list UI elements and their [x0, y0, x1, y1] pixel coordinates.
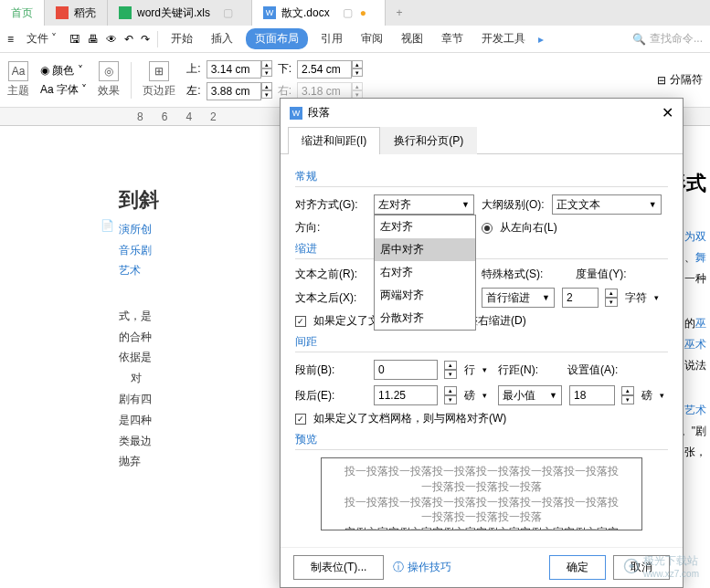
ribbon-font[interactable]: Aa 字体 ˅ — [40, 82, 87, 98]
menu-page-layout[interactable]: 页面布局 — [246, 28, 308, 49]
spin-up[interactable]: ▴ — [261, 60, 272, 68]
undo-icon[interactable]: ↶ — [124, 33, 133, 46]
dialog-title: 段落 — [308, 105, 330, 121]
margin-top-input[interactable] — [207, 60, 261, 79]
tab-window-icon[interactable]: ▢ — [343, 6, 353, 19]
align-option-left[interactable]: 左对齐 — [375, 215, 475, 238]
dialog-body: 常规 对齐方式(G): 左对齐▼ 左对齐 居中对齐 右对齐 两端对齐 分散对齐 … — [281, 154, 683, 547]
align-option-center[interactable]: 居中对齐 — [375, 238, 475, 261]
separator-icon: ⊟ — [657, 74, 666, 87]
align-combo[interactable]: 左对齐▼ 左对齐 居中对齐 右对齐 两端对齐 分散对齐 — [374, 194, 474, 215]
doc-link[interactable]: 艺术 — [119, 264, 141, 277]
set-value-spinner[interactable]: ▴▾ — [621, 386, 634, 404]
menu-review[interactable]: 审阅 — [355, 27, 388, 50]
tab-dot-icon: ● — [360, 6, 366, 19]
theme-icon: Aa — [8, 61, 28, 81]
print-icon[interactable]: 🖶 — [88, 33, 99, 46]
margin-bottom-input[interactable] — [297, 60, 352, 79]
outline-label: 大纲级别(O): — [482, 197, 545, 213]
menu-chapter[interactable]: 章节 — [436, 27, 469, 50]
tab-add[interactable]: + — [386, 0, 413, 26]
section-spacing: 间距 — [295, 334, 668, 352]
menu-reference[interactable]: 引用 — [315, 27, 348, 50]
dialog-titlebar: W 段落 ✕ — [281, 99, 683, 127]
outline-combo[interactable]: 正文文本▼ — [552, 194, 662, 215]
align-option-justify[interactable]: 两端对齐 — [375, 284, 475, 307]
ribbon-color[interactable]: ◉ 颜色 ˅ — [40, 63, 87, 79]
align-label: 对齐方式(G): — [295, 197, 366, 213]
tab-xls[interactable]: word关键词.xls▢ — [108, 0, 252, 26]
before-text-label: 文本之前(R): — [295, 267, 366, 282]
spin-up[interactable]: ▴ — [352, 82, 363, 90]
chevron-down-icon: ▼ — [549, 391, 557, 400]
align-dropdown: 左对齐 居中对齐 右对齐 两端对齐 分散对齐 — [374, 215, 476, 331]
ribbon-separator[interactable]: ⊟分隔符 — [657, 72, 703, 88]
preview-icon[interactable]: 👁 — [106, 33, 117, 46]
main-toolbar: ≡ 文件 ˅ 🖫 🖶 👁 ↶ ↷ 开始 插入 页面布局 引用 审阅 视图 章节 … — [0, 26, 710, 53]
tab-window-icon[interactable]: ▢ — [223, 6, 233, 19]
command-search[interactable]: 🔍 查找命令... — [632, 31, 703, 47]
tips-link[interactable]: ⓘ 操作技巧 — [393, 560, 450, 575]
menu-insert[interactable]: 插入 — [206, 27, 238, 50]
tabstops-button[interactable]: 制表位(T)... — [293, 555, 384, 580]
search-placeholder: 查找命令... — [650, 31, 703, 47]
tab-label: 首页 — [11, 5, 33, 21]
margin-inputs: 上: ▴▾ 下: ▴▾ 左: ▴▾ 右: ▴▾ — [186, 60, 363, 100]
tab-label: 散文.docx — [281, 5, 330, 21]
before-para-input[interactable] — [374, 360, 438, 380]
special-combo[interactable]: 首行缩进▼ — [482, 288, 555, 308]
auto-indent-checkbox[interactable]: ✓ — [295, 316, 306, 327]
grid-align-label: 如果定义了文档网格，则与网格对齐(W) — [313, 411, 506, 426]
tab-docx[interactable]: W散文.docx▢● — [252, 0, 386, 26]
document-page[interactable]: 到斜 演所创 音乐剧 艺术 式，是 的合种 依据是 对 剧有四 是四种 类最边 … — [0, 126, 177, 490]
ribbon-theme[interactable]: Aa主题 — [7, 61, 29, 99]
hamburger-icon[interactable]: ≡ — [7, 33, 14, 46]
more-icon[interactable]: ▸ — [538, 33, 544, 46]
margin-left-input[interactable] — [207, 82, 261, 100]
menu-devtools[interactable]: 开发工具 — [476, 27, 531, 50]
spin-up[interactable]: ▴ — [352, 60, 363, 68]
close-button[interactable]: ✕ — [662, 104, 673, 121]
menu-view[interactable]: 视图 — [396, 27, 429, 50]
measure-label: 度量值(Y): — [576, 267, 626, 282]
direction-label: 方向: — [295, 220, 366, 236]
ok-button[interactable]: 确定 — [549, 555, 606, 580]
menu-start[interactable]: 开始 — [165, 27, 198, 50]
tab-home[interactable]: 首页 — [0, 0, 45, 26]
ribbon-page-margin[interactable]: ⊞页边距 — [143, 61, 175, 99]
tab-docer[interactable]: 稻壳 — [45, 0, 108, 26]
spin-down[interactable]: ▾ — [261, 90, 272, 99]
xls-icon — [119, 6, 132, 19]
doc-link[interactable]: 演所创 — [119, 223, 152, 236]
doc-link[interactable]: 音乐剧 — [119, 244, 152, 257]
page-indicator-icon: 📄 — [101, 219, 114, 232]
align-option-right[interactable]: 右对齐 — [375, 261, 475, 284]
save-icon[interactable]: 🖫 — [69, 33, 80, 46]
cancel-button[interactable]: 取消 — [613, 555, 670, 580]
section-indent: 缩进 — [295, 241, 668, 259]
spin-down[interactable]: ▾ — [261, 68, 272, 77]
tab-line-page[interactable]: 换行和分页(P) — [380, 127, 477, 154]
spin-up[interactable]: ▴ — [261, 82, 272, 90]
ribbon-effect[interactable]: ◎效果 — [98, 61, 120, 99]
tab-indent-spacing[interactable]: 缩进和间距(I) — [288, 127, 380, 154]
chevron-down-icon: ▼ — [461, 200, 470, 209]
after-para-input[interactable] — [374, 385, 438, 405]
direction-ltr-radio[interactable] — [482, 223, 493, 234]
menu-file[interactable]: 文件 ˅ — [21, 27, 62, 50]
line-spacing-combo[interactable]: 最小值▼ — [498, 385, 562, 405]
measure-input[interactable] — [562, 288, 599, 308]
set-value-input[interactable] — [569, 385, 615, 405]
grid-align-checkbox[interactable]: ✓ — [295, 414, 306, 425]
before-para-spinner[interactable]: ▴▾ — [444, 361, 457, 379]
redo-icon[interactable]: ↷ — [141, 33, 150, 46]
align-option-distribute[interactable]: 分散对齐 — [375, 307, 475, 330]
dialog-tabs: 缩进和间距(I) 换行和分页(P) — [281, 127, 683, 154]
wps-icon: W — [290, 107, 302, 120]
spin-down[interactable]: ▾ — [352, 68, 363, 77]
margin-left-label: 左: — [186, 83, 200, 99]
after-text-label: 文本之后(X): — [295, 290, 366, 306]
special-label: 特殊格式(S): — [482, 267, 543, 282]
measure-spinner[interactable]: ▴▾ — [605, 289, 618, 307]
after-para-spinner[interactable]: ▴▾ — [444, 386, 457, 404]
